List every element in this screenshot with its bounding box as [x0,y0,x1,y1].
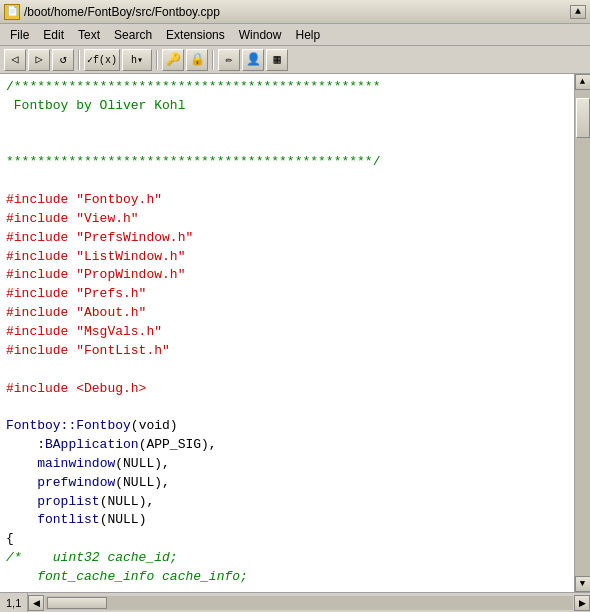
close-button[interactable]: ▲ [570,5,586,19]
menu-extensions[interactable]: Extensions [160,26,231,44]
back-button[interactable]: ◁ [4,49,26,71]
menu-edit[interactable]: Edit [37,26,70,44]
editor-container: /***************************************… [0,74,590,592]
scroll-right-button[interactable]: ▶ [574,595,590,611]
menu-search[interactable]: Search [108,26,158,44]
key1-button[interactable]: 🔑 [162,49,184,71]
header-button[interactable]: h▾ [122,49,152,71]
pencil-button[interactable]: ✏ [218,49,240,71]
toolbar-separator-2 [156,50,158,70]
toolbar-separator-1 [78,50,80,70]
menu-text[interactable]: Text [72,26,106,44]
menu-file[interactable]: File [4,26,35,44]
code-editor[interactable]: /***************************************… [0,74,574,592]
scroll-down-button[interactable]: ▼ [575,576,591,592]
toolbar: ◁ ▷ ↺ ✓f(x) h▾ 🔑 🔒 ✏ 👤 ▦ [0,46,590,74]
title-text: /boot/home/FontBoy/src/Fontboy.cpp [24,5,566,19]
horizontal-scrollbar[interactable]: ◀ ▶ [28,593,590,612]
scroll-thumb[interactable] [576,98,590,138]
key2-button[interactable]: 🔒 [186,49,208,71]
function-button[interactable]: ✓f(x) [84,49,120,71]
cursor-position: 1,1 [0,593,28,612]
scroll-up-button[interactable]: ▲ [575,74,591,90]
title-bar: 📄 /boot/home/FontBoy/src/Fontboy.cpp ▲ [0,0,590,24]
user-button[interactable]: 👤 [242,49,264,71]
scroll-left-button[interactable]: ◀ [28,595,44,611]
toolbar-separator-3 [212,50,214,70]
scroll-track[interactable] [575,90,591,576]
menu-help[interactable]: Help [289,26,326,44]
file-icon: 📄 [4,4,20,20]
menu-window[interactable]: Window [233,26,288,44]
h-scroll-track[interactable] [45,596,573,610]
forward-button[interactable]: ▷ [28,49,50,71]
h-scroll-thumb[interactable] [47,597,107,609]
undo-button[interactable]: ↺ [52,49,74,71]
vertical-scrollbar[interactable]: ▲ ▼ [574,74,590,592]
grid-button[interactable]: ▦ [266,49,288,71]
menu-bar: File Edit Text Search Extensions Window … [0,24,590,46]
status-bar: 1,1 ◀ ▶ [0,592,590,612]
